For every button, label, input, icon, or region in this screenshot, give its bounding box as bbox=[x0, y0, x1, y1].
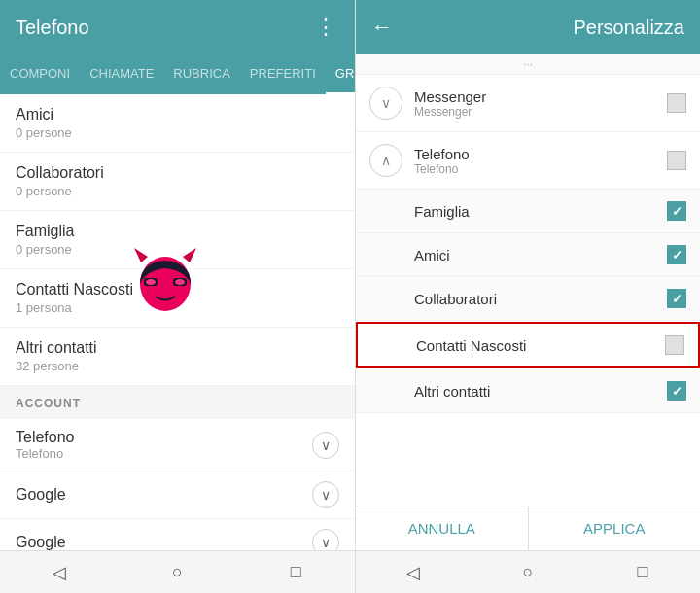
list-item[interactable]: Google ∨ bbox=[0, 471, 355, 519]
back-arrow-icon[interactable]: ← bbox=[371, 15, 393, 40]
group-name: Altri contatti bbox=[16, 339, 339, 357]
tab-componi[interactable]: Componi bbox=[0, 54, 80, 94]
right-bottom-nav: ◁ ○ □ bbox=[356, 550, 700, 593]
recent-button[interactable]: □ bbox=[236, 551, 355, 593]
watermark-logo bbox=[117, 233, 214, 331]
checkbox-checked[interactable]: ✓ bbox=[667, 201, 686, 221]
apply-button[interactable]: Applica bbox=[529, 506, 701, 550]
item-label: Telefono bbox=[414, 146, 667, 162]
list-item[interactable]: Amici 0 persone bbox=[0, 94, 355, 153]
account-sub: Telefono bbox=[16, 446, 75, 461]
group-count: 32 persone bbox=[16, 359, 339, 373]
list-item[interactable]: Altri contatti ✓ bbox=[356, 369, 700, 413]
list-item[interactable]: Altri contatti 32 persone bbox=[0, 328, 355, 386]
group-count: 0 persone bbox=[16, 184, 339, 198]
right-header: ← Personalizza bbox=[356, 0, 700, 54]
chevron-down-icon[interactable]: ∨ bbox=[312, 529, 339, 550]
home-button[interactable]: ○ bbox=[471, 551, 585, 593]
account-label: ACCOUNT bbox=[16, 397, 81, 410]
group-name: Amici bbox=[16, 106, 339, 123]
item-sub: Telefono bbox=[414, 162, 667, 176]
left-menu-icon[interactable]: ⋮ bbox=[315, 15, 339, 40]
account-section-header: ACCOUNT bbox=[0, 386, 355, 419]
list-item[interactable]: Collaboratori 0 persone bbox=[0, 153, 355, 211]
left-header: Telefono ⋮ bbox=[0, 0, 355, 54]
item-label-group: Contatti Nascosti bbox=[416, 337, 665, 354]
tab-preferiti[interactable]: Preferiti bbox=[240, 54, 326, 94]
item-label-group: Collaboratori bbox=[414, 291, 667, 307]
checkbox-checked[interactable]: ✓ bbox=[667, 289, 686, 308]
left-app-title: Telefono bbox=[16, 17, 89, 39]
item-label-group: Amici bbox=[414, 247, 667, 263]
tab-chiamate[interactable]: Chiamate bbox=[80, 54, 163, 94]
chevron-down-icon[interactable]: ∨ bbox=[312, 432, 339, 459]
item-label: Famiglia bbox=[414, 203, 667, 220]
checkbox-checked[interactable]: ✓ bbox=[667, 245, 686, 264]
right-panel-title: Personalizza bbox=[573, 17, 684, 39]
list-item[interactable]: Google ∨ bbox=[0, 519, 355, 550]
personalizza-list: ∨ Messenger Messenger ∧ Telefono Telefon… bbox=[356, 75, 700, 506]
back-button[interactable]: ◁ bbox=[0, 551, 119, 593]
home-button[interactable]: ○ bbox=[119, 551, 237, 593]
checkbox-unchecked[interactable] bbox=[667, 93, 686, 113]
item-label-group: Messenger Messenger bbox=[414, 88, 667, 119]
chevron-up-icon: ∧ bbox=[369, 144, 402, 177]
item-sub: Messenger bbox=[414, 105, 667, 119]
svg-point-4 bbox=[175, 279, 185, 285]
cancel-button[interactable]: Annulla bbox=[356, 506, 529, 550]
account-name: Google bbox=[16, 534, 66, 550]
item-label: Amici bbox=[414, 247, 667, 263]
chevron-down-icon[interactable]: ∨ bbox=[312, 481, 339, 508]
item-label-group: Famiglia bbox=[414, 203, 667, 220]
item-label: Altri contatti bbox=[414, 383, 667, 400]
checkbox-unchecked[interactable] bbox=[667, 151, 686, 170]
list-item[interactable]: Famiglia ✓ bbox=[356, 190, 700, 233]
left-bottom-nav: ◁ ○ □ bbox=[0, 550, 355, 593]
scroll-hint-top: ··· bbox=[356, 54, 700, 75]
account-name: Telefono bbox=[16, 429, 75, 446]
list-item[interactable]: Telefono Telefono ∨ bbox=[0, 419, 355, 471]
item-label-group: Telefono Telefono bbox=[414, 146, 667, 176]
list-item[interactable]: ∨ Messenger Messenger bbox=[356, 75, 700, 132]
right-action-buttons: Annulla Applica bbox=[356, 506, 700, 550]
item-label: Messenger bbox=[414, 88, 667, 105]
item-label: Collaboratori bbox=[414, 291, 667, 307]
list-item[interactable]: Collaboratori ✓ bbox=[356, 277, 700, 321]
tab-rubrica[interactable]: Rubrica bbox=[163, 54, 240, 94]
chevron-down-icon: ∨ bbox=[369, 87, 402, 120]
checkbox-checked[interactable]: ✓ bbox=[667, 381, 686, 401]
group-count: 0 persone bbox=[16, 125, 339, 140]
list-item[interactable]: ∧ Telefono Telefono bbox=[356, 132, 700, 190]
svg-point-3 bbox=[146, 279, 156, 285]
item-label-group: Altri contatti bbox=[414, 383, 667, 400]
item-label: Contatti Nascosti bbox=[416, 337, 665, 354]
back-button[interactable]: ◁ bbox=[356, 551, 471, 593]
recent-button[interactable]: □ bbox=[585, 551, 700, 593]
list-item-highlighted[interactable]: Contatti Nascosti bbox=[356, 322, 700, 368]
left-tabs: Componi Chiamate Rubrica Preferiti Grupp… bbox=[0, 54, 355, 94]
group-name: Collaboratori bbox=[16, 164, 339, 182]
account-name: Google bbox=[16, 486, 66, 504]
checkbox-unchecked[interactable] bbox=[665, 335, 684, 355]
list-item[interactable]: Amici ✓ bbox=[356, 233, 700, 277]
